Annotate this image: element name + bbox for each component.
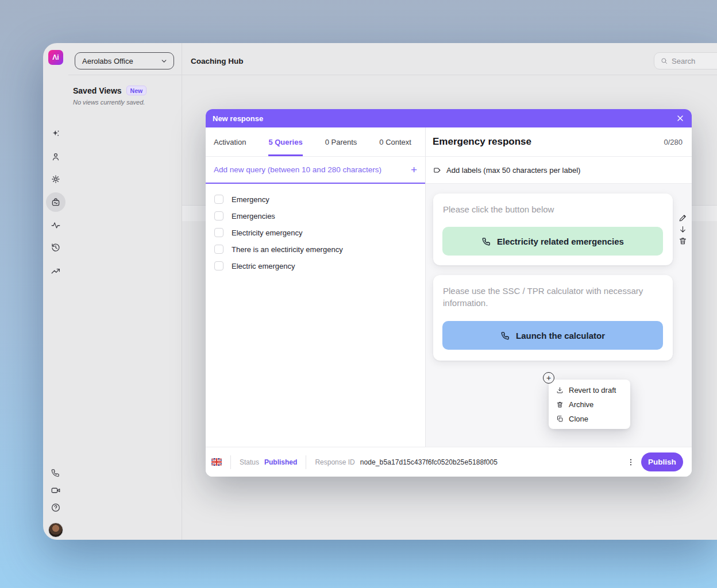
add-query-row: Add new query (between 10 and 280 charac…	[206, 157, 425, 184]
logo-glyph: Λi	[52, 53, 59, 61]
card-message: Please click the button below	[433, 194, 673, 215]
status-label: Status	[240, 458, 259, 466]
card-message: Please use the SSC / TPR calculator with…	[433, 275, 673, 309]
person-icon[interactable]	[51, 152, 61, 162]
menu-item-clone[interactable]: Clone	[549, 412, 630, 426]
saved-views-title: Saved Views	[73, 86, 122, 95]
menu-item-label: Clone	[569, 415, 588, 423]
trending-up-icon[interactable]	[51, 266, 61, 276]
tab-context[interactable]: 0 Context	[379, 127, 411, 156]
menu-item-archive[interactable]: Archive	[549, 397, 630, 412]
tab-parents[interactable]: 0 Parents	[325, 127, 357, 156]
kebab-menu-icon[interactable]	[626, 458, 635, 467]
publish-button[interactable]: Publish	[641, 452, 683, 471]
uk-flag-icon[interactable]	[211, 458, 222, 466]
search-placeholder: Search	[672, 57, 695, 65]
query-checkbox[interactable]	[214, 195, 223, 204]
activity-pulse-icon[interactable]	[51, 220, 61, 230]
query-row: Emergencies	[214, 210, 275, 222]
chevron-down-icon	[160, 57, 168, 65]
status-badge: Published	[264, 458, 297, 466]
close-icon[interactable]	[676, 114, 685, 123]
move-down-icon[interactable]	[679, 225, 687, 234]
left-panel: Aerolabs Office Saved Views New No views…	[68, 43, 182, 540]
saved-views-empty-text: No views currently saved.	[73, 99, 145, 106]
prompt-bag-icon-active[interactable]	[46, 192, 65, 212]
menu-item-revert[interactable]: Revert to draft	[549, 383, 630, 397]
page-title: Coaching Hub	[191, 57, 244, 65]
char-counter: 0/280	[664, 127, 683, 156]
new-badge: New	[126, 86, 147, 95]
tab-activation[interactable]: Activation	[214, 127, 246, 156]
settings-gear-icon[interactable]	[51, 174, 61, 184]
query-label: Emergency	[232, 195, 269, 204]
query-checkbox[interactable]	[214, 211, 223, 220]
history-icon[interactable]	[51, 242, 61, 253]
new-response-modal: New response Activation 5 Queries 0 Pare…	[206, 109, 692, 477]
response-card: Please click the button below Electricit…	[433, 194, 673, 265]
card-tools	[679, 214, 687, 245]
query-checkbox[interactable]	[214, 228, 223, 237]
download-icon	[556, 386, 564, 394]
response-action-button[interactable]: Electricity related emergencies	[442, 227, 663, 256]
query-row: Electricity emergency	[214, 227, 303, 238]
tab-queries[interactable]: 5 Queries	[268, 127, 302, 156]
workspace-name: Aerolabs Office	[82, 57, 133, 65]
node-context-menu: Revert to draft Archive Clone	[549, 380, 630, 429]
response-id-value: node_b5a17d15c437f6fc0520b25e5188f005	[360, 458, 498, 466]
add-query-input[interactable]: Add new query (between 10 and 280 charac…	[214, 165, 411, 174]
trash-icon	[556, 401, 564, 408]
add-labels-row[interactable]: Add labels (max 50 characters per label)	[426, 157, 692, 184]
modal-footer: Status Published Response ID node_b5a17d…	[206, 447, 692, 477]
sparkles-icon[interactable]	[51, 129, 61, 139]
phone-icon[interactable]	[51, 468, 61, 478]
response-card: Please use the SSC / TPR calculator with…	[433, 275, 673, 361]
delete-trash-icon[interactable]	[679, 237, 687, 245]
query-label: Electricity emergency	[232, 229, 303, 237]
footer-divider	[306, 455, 306, 469]
menu-item-label: Revert to draft	[569, 386, 616, 394]
search-input[interactable]: Search	[654, 52, 717, 69]
query-checkbox[interactable]	[214, 245, 223, 254]
search-icon	[660, 57, 668, 65]
response-title: Emergency response	[433, 127, 531, 156]
response-id-label: Response ID	[315, 458, 354, 466]
add-query-plus-icon[interactable]: +	[411, 164, 417, 176]
user-avatar[interactable]	[48, 523, 63, 537]
panel-divider	[182, 43, 182, 540]
modal-header: New response	[206, 109, 692, 127]
query-row: There is an electiricity emergency	[214, 243, 343, 255]
label-tag-icon	[433, 166, 442, 175]
app-logo[interactable]: Λi	[48, 50, 63, 65]
query-label: Electric emergency	[232, 262, 295, 270]
button-label: Launch the calculator	[516, 331, 605, 341]
icon-rail: Λi	[43, 43, 68, 540]
add-labels-placeholder: Add labels (max 50 characters per label)	[446, 166, 580, 175]
workspace-selector[interactable]: Aerolabs Office	[75, 52, 174, 69]
copy-icon	[556, 415, 564, 423]
response-action-button[interactable]: Launch the calculator	[442, 321, 663, 350]
query-label: There is an electiricity emergency	[232, 245, 343, 254]
query-checkbox[interactable]	[214, 261, 223, 270]
video-icon[interactable]	[51, 485, 61, 496]
query-row: Emergency	[214, 194, 269, 205]
footer-divider	[230, 455, 231, 469]
edit-pencil-icon[interactable]	[679, 214, 687, 222]
query-label: Emergencies	[232, 212, 275, 220]
query-row: Electric emergency	[214, 260, 295, 272]
modal-title: New response	[213, 114, 263, 123]
header-divider	[68, 75, 717, 75]
button-label: Electricity related emergencies	[497, 237, 624, 246]
queries-list: Emergency Emergencies Electricity emerge…	[206, 184, 425, 447]
modal-tabs: Activation 5 Queries 0 Parents 0 Context	[206, 127, 425, 156]
add-node-button[interactable]: +	[543, 372, 554, 384]
menu-item-label: Archive	[569, 400, 593, 409]
help-icon[interactable]	[51, 502, 61, 513]
